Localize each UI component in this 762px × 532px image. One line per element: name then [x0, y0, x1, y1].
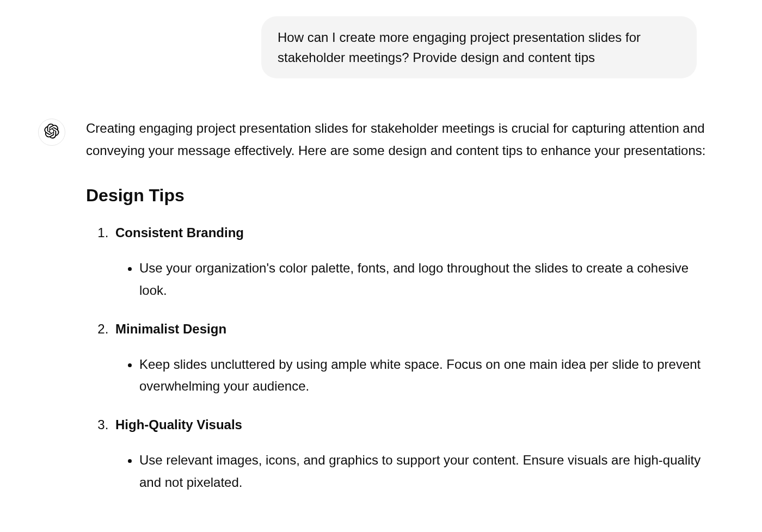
- tip-bullet: Keep slides uncluttered by using ample w…: [139, 354, 708, 398]
- assistant-message-content: Creating engaging project presentation s…: [86, 117, 708, 510]
- chat-container: How can I create more engaging project p…: [0, 0, 762, 510]
- list-item: High-Quality Visuals Use relevant images…: [112, 414, 708, 493]
- tip-bullets: Use relevant images, icons, and graphics…: [115, 449, 708, 494]
- openai-logo-icon: [44, 123, 59, 141]
- tip-title: High-Quality Visuals: [115, 414, 242, 436]
- tip-bullets: Keep slides uncluttered by using ample w…: [115, 354, 708, 398]
- assistant-avatar: [38, 119, 65, 146]
- assistant-intro-paragraph: Creating engaging project presentation s…: [86, 117, 708, 162]
- tip-bullets: Use your organization's color palette, f…: [115, 257, 708, 302]
- tip-title: Consistent Branding: [115, 222, 244, 244]
- list-item: Minimalist Design Keep slides uncluttere…: [112, 318, 708, 398]
- user-message-text: How can I create more engaging project p…: [278, 30, 641, 65]
- design-tips-list: Consistent Branding Use your organizatio…: [86, 222, 708, 493]
- tip-bullet: Use your organization's color palette, f…: [139, 257, 708, 302]
- tip-title: Minimalist Design: [115, 318, 226, 341]
- user-message-bubble[interactable]: How can I create more engaging project p…: [261, 16, 697, 78]
- list-item: Consistent Branding Use your organizatio…: [112, 222, 708, 301]
- tip-bullet: Use relevant images, icons, and graphics…: [139, 449, 708, 494]
- section-heading-design-tips: Design Tips: [86, 181, 708, 210]
- assistant-message-row: Creating engaging project presentation s…: [22, 117, 740, 510]
- user-message-row: How can I create more engaging project p…: [22, 16, 740, 78]
